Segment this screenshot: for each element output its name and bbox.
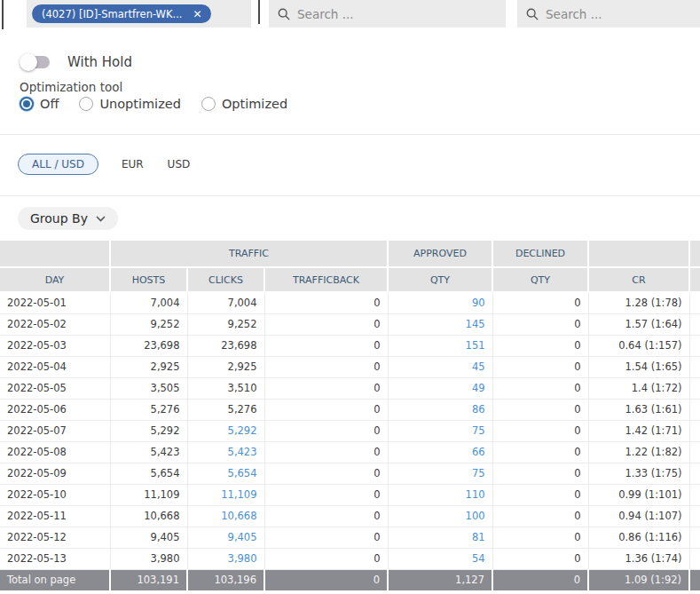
cell-cr: 1.22 (1:82) bbox=[588, 441, 689, 463]
table-row: 2022-05-075,2925,29207501.42 (1:71) bbox=[0, 420, 700, 441]
cell-spill bbox=[689, 463, 700, 484]
search-input-secondary[interactable] bbox=[546, 7, 700, 21]
cell-trafficback: 0 bbox=[264, 292, 388, 313]
selected-offer-chip[interactable]: (4027) [ID]-Smartfren-WK... ✕ bbox=[32, 4, 211, 23]
offer-filter-box[interactable]: (4027) [ID]-Smartfren-WK... ✕ bbox=[27, 0, 251, 28]
cell-clicks-link[interactable]: 10,668 bbox=[221, 510, 256, 522]
total-label: Total on page bbox=[0, 569, 110, 590]
cell-approved-qty-link[interactable]: 66 bbox=[472, 446, 485, 458]
cell-day: 2022-05-12 bbox=[0, 527, 110, 548]
total-row: Total on page 103,191 103,196 0 1,127 0 … bbox=[0, 569, 700, 590]
cell-approved-qty-link[interactable]: 49 bbox=[472, 382, 485, 394]
col-header-hosts[interactable]: HOSTS bbox=[110, 267, 187, 292]
cell-cr: 0.86 (1:116) bbox=[588, 527, 689, 548]
cell-day: 2022-05-04 bbox=[0, 356, 110, 377]
remove-chip-icon[interactable]: ✕ bbox=[193, 8, 202, 20]
cell-spill bbox=[689, 313, 700, 335]
cell-declined-qty: 0 bbox=[492, 505, 588, 527]
tab-all-usd[interactable]: ALL / USD bbox=[18, 154, 98, 175]
cell-cr: 0.64 (1:157) bbox=[588, 335, 689, 356]
cell-hosts: 2,925 bbox=[110, 356, 187, 377]
table-row: 2022-05-1011,10911,109011000.99 (1:101) bbox=[0, 484, 700, 505]
chevron-down-icon bbox=[96, 216, 106, 222]
cell-clicks-link[interactable]: 5,654 bbox=[228, 467, 257, 479]
cell-hosts: 23,698 bbox=[110, 335, 187, 356]
col-header-clicks[interactable]: CLICKS bbox=[187, 267, 264, 292]
col-header-spill bbox=[689, 267, 700, 292]
cell-trafficback: 0 bbox=[264, 377, 388, 399]
cell-approved-qty: 45 bbox=[388, 356, 492, 377]
cell-clicks: 23,698 bbox=[187, 335, 264, 356]
cell-spill bbox=[689, 484, 700, 505]
search-input-primary[interactable] bbox=[297, 7, 506, 21]
cell-clicks-link[interactable]: 5,423 bbox=[228, 446, 257, 458]
table-row: 2022-05-085,4235,42306601.22 (1:82) bbox=[0, 441, 700, 463]
radio-off-circle[interactable] bbox=[20, 97, 34, 111]
group-header-row: TRAFFIC APPROVED DECLINED bbox=[0, 241, 700, 267]
cell-day: 2022-05-08 bbox=[0, 441, 110, 463]
col-header-declined-qty[interactable]: QTY bbox=[492, 267, 588, 292]
col-header-day[interactable]: DAY bbox=[0, 267, 110, 292]
col-header-approved-qty[interactable]: QTY bbox=[388, 267, 492, 292]
radio-optimized[interactable]: Optimized bbox=[201, 97, 287, 111]
cell-approved-qty: 66 bbox=[388, 441, 492, 463]
cell-declined-qty: 0 bbox=[492, 420, 588, 441]
cell-approved-qty-link[interactable]: 151 bbox=[466, 339, 485, 352]
cell-declined-qty: 0 bbox=[492, 548, 588, 569]
stats-table: TRAFFIC APPROVED DECLINED DAY HOSTS CLIC… bbox=[0, 241, 700, 590]
total-trafficback: 0 bbox=[264, 569, 388, 590]
cell-approved-qty-link[interactable]: 75 bbox=[472, 467, 485, 479]
cell-clicks-link[interactable]: 11,109 bbox=[221, 488, 256, 501]
radio-unoptimized[interactable]: Unoptimized bbox=[79, 97, 180, 111]
search-icon bbox=[526, 8, 539, 20]
radio-optimized-circle[interactable] bbox=[201, 97, 216, 111]
tab-eur[interactable]: EUR bbox=[122, 158, 144, 170]
cell-hosts: 10,668 bbox=[110, 505, 187, 527]
cell-day: 2022-05-11 bbox=[0, 505, 110, 527]
search-box-secondary bbox=[517, 0, 700, 28]
cell-approved-qty-link[interactable]: 110 bbox=[466, 488, 485, 501]
cell-clicks-link[interactable]: 9,405 bbox=[228, 531, 257, 543]
radio-optimized-label: Optimized bbox=[222, 97, 287, 111]
group-header-empty bbox=[0, 241, 110, 267]
cell-approved-qty: 75 bbox=[388, 420, 492, 441]
crop-divider-mid bbox=[258, 0, 260, 24]
radio-off[interactable]: Off bbox=[20, 97, 59, 111]
cell-approved-qty-link[interactable]: 54 bbox=[472, 552, 485, 565]
toggle-knob[interactable] bbox=[20, 53, 37, 71]
with-hold-toggle[interactable] bbox=[20, 52, 51, 72]
cell-trafficback: 0 bbox=[264, 505, 388, 527]
total-clicks: 103,196 bbox=[187, 569, 264, 590]
section-divider bbox=[0, 195, 700, 196]
group-header-declined: DECLINED bbox=[492, 241, 588, 267]
cell-approved-qty-link[interactable]: 45 bbox=[472, 360, 485, 373]
table-row: 2022-05-042,9252,92504501.54 (1:65) bbox=[0, 356, 700, 377]
cell-cr: 1.57 (1:64) bbox=[588, 313, 689, 335]
radio-unoptimized-circle[interactable] bbox=[79, 97, 93, 111]
cell-approved-qty-link[interactable]: 86 bbox=[472, 403, 485, 416]
cell-approved-qty-link[interactable]: 100 bbox=[466, 510, 485, 522]
cell-approved-qty: 100 bbox=[388, 505, 492, 527]
cell-clicks-link[interactable]: 3,980 bbox=[228, 552, 257, 565]
cell-clicks-link[interactable]: 5,292 bbox=[228, 424, 257, 437]
cell-clicks: 5,423 bbox=[187, 441, 264, 463]
cell-approved-qty-link[interactable]: 81 bbox=[472, 531, 485, 543]
tab-usd[interactable]: USD bbox=[168, 158, 191, 170]
total-hosts: 103,191 bbox=[110, 569, 187, 590]
group-by-dropdown[interactable]: Group By bbox=[18, 207, 118, 230]
table-row: 2022-05-065,2765,27608601.63 (1:61) bbox=[0, 399, 700, 420]
cell-spill bbox=[689, 292, 700, 313]
col-header-trafficback[interactable]: TRAFFICBACK bbox=[264, 267, 388, 292]
cell-hosts: 3,980 bbox=[110, 548, 187, 569]
cell-clicks: 3,980 bbox=[187, 548, 264, 569]
cell-trafficback: 0 bbox=[264, 441, 388, 463]
cell-day: 2022-05-07 bbox=[0, 420, 110, 441]
cell-approved-qty-link[interactable]: 145 bbox=[466, 318, 485, 330]
cell-declined-qty: 0 bbox=[492, 463, 588, 484]
cell-approved-qty-link[interactable]: 90 bbox=[472, 297, 485, 309]
cell-trafficback: 0 bbox=[264, 335, 388, 356]
cell-declined-qty: 0 bbox=[492, 399, 588, 420]
cell-trafficback: 0 bbox=[264, 399, 388, 420]
col-header-cr[interactable]: CR bbox=[588, 267, 689, 292]
cell-approved-qty-link[interactable]: 75 bbox=[472, 424, 485, 437]
